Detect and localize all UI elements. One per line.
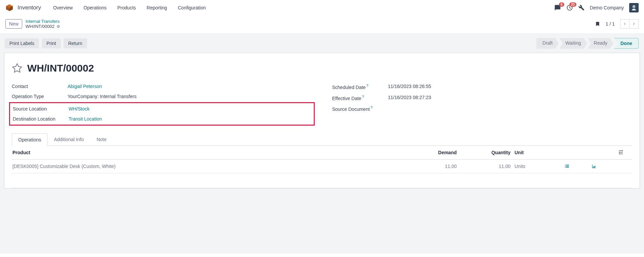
status-ready[interactable]: Ready bbox=[588, 38, 613, 49]
pager-prev-button[interactable] bbox=[620, 19, 630, 29]
table-row[interactable]: [DESK0005] Customizable Desk (Custom, Wh… bbox=[12, 160, 632, 173]
breadcrumb: Internal Transfers WH/INT/00002 ⚙ bbox=[26, 19, 60, 29]
nav-configuration[interactable]: Configuration bbox=[173, 1, 211, 14]
header-quantity[interactable]: Quantity bbox=[457, 150, 510, 155]
header-demand[interactable]: Demand bbox=[406, 150, 457, 155]
svg-point-7 bbox=[633, 6, 634, 7]
svg-point-8 bbox=[634, 6, 635, 7]
activities-icon[interactable]: 23 bbox=[566, 4, 573, 11]
fields-left: Contact Abigail Peterson Operation Type … bbox=[12, 81, 312, 126]
svg-rect-14 bbox=[566, 165, 569, 165]
header-unit[interactable]: Unit bbox=[510, 150, 564, 155]
svg-rect-16 bbox=[566, 166, 569, 167]
record-card: WH/INT/00002 Contact Abigail Peterson Op… bbox=[4, 53, 640, 188]
tab-operations[interactable]: Operations bbox=[12, 133, 47, 146]
operation-type-label: Operation Type bbox=[12, 94, 68, 99]
forecast-icon[interactable] bbox=[591, 164, 618, 169]
breadcrumb-current-text: WH/INT/00002 bbox=[26, 24, 54, 29]
table-blank-row bbox=[12, 173, 632, 188]
source-document-label: Source Document? bbox=[332, 105, 388, 112]
company-name[interactable]: Demo Company bbox=[590, 5, 624, 10]
list-icon[interactable] bbox=[564, 164, 591, 169]
highlight-box: Source Location WH/Stock Destination Loc… bbox=[9, 102, 315, 126]
navbar-right: 6 23 Demo Company bbox=[554, 3, 639, 12]
tabs: Operations Additional Info Note bbox=[12, 133, 632, 146]
scheduled-date-value: 11/16/2023 08:26:55 bbox=[388, 84, 431, 90]
content-wrapper: Print Labels Print Return Draft Waiting … bbox=[0, 34, 644, 254]
new-button[interactable]: New bbox=[5, 19, 22, 29]
breadcrumb-parent[interactable]: Internal Transfers bbox=[26, 19, 60, 24]
nav-overview[interactable]: Overview bbox=[48, 1, 77, 14]
status-draft[interactable]: Draft bbox=[536, 38, 559, 49]
app-logo-icon[interactable] bbox=[5, 4, 13, 12]
breadcrumb-row: New Internal Transfers WH/INT/00002 ⚙ 1 … bbox=[0, 15, 644, 32]
status-waiting[interactable]: Waiting bbox=[559, 38, 587, 49]
svg-point-10 bbox=[622, 154, 623, 155]
source-location-label: Source Location bbox=[13, 106, 69, 112]
table-settings-icon[interactable] bbox=[618, 150, 632, 155]
star-icon[interactable] bbox=[12, 63, 23, 74]
help-icon[interactable]: ? bbox=[371, 105, 373, 110]
svg-marker-9 bbox=[13, 64, 22, 72]
breadcrumb-right: 1 / 1 bbox=[595, 19, 639, 29]
cell-product: [DESK0005] Customizable Desk (Custom, Wh… bbox=[12, 164, 406, 169]
source-location-value[interactable]: WH/Stock bbox=[69, 106, 89, 112]
svg-rect-18 bbox=[566, 167, 569, 168]
svg-rect-13 bbox=[565, 165, 566, 165]
bookmark-icon[interactable] bbox=[595, 21, 600, 27]
svg-point-12 bbox=[622, 150, 623, 151]
help-icon[interactable]: ? bbox=[366, 84, 368, 88]
status-done[interactable]: Done bbox=[614, 38, 639, 49]
wrench-icon[interactable] bbox=[578, 5, 584, 11]
help-icon[interactable]: ? bbox=[362, 95, 364, 99]
messages-icon[interactable]: 6 bbox=[554, 4, 561, 11]
operations-table: Product Demand Quantity Unit [DESK0005] … bbox=[12, 146, 632, 188]
title-row: WH/INT/00002 bbox=[12, 62, 632, 74]
breadcrumb-current: WH/INT/00002 ⚙ bbox=[26, 24, 60, 29]
messages-badge: 6 bbox=[559, 2, 564, 7]
svg-rect-17 bbox=[565, 167, 566, 168]
activities-badge: 23 bbox=[569, 2, 576, 7]
operation-type-value: YourCompany: Internal Transfers bbox=[68, 94, 137, 99]
nav-reporting[interactable]: Reporting bbox=[142, 1, 172, 14]
navbar-left: Inventory Overview Operations Products R… bbox=[5, 1, 211, 14]
pager-text: 1 / 1 bbox=[606, 21, 615, 27]
print-button[interactable]: Print bbox=[42, 38, 61, 48]
status-bar: Draft Waiting Ready Done bbox=[536, 38, 639, 49]
page-title: WH/INT/00002 bbox=[27, 62, 94, 74]
destination-location-label: Destination Location bbox=[13, 116, 69, 122]
action-bar: Print Labels Print Return Draft Waiting … bbox=[4, 34, 640, 53]
effective-date-value: 11/16/2023 08:27:23 bbox=[388, 95, 431, 101]
cell-demand: 11.00 bbox=[406, 164, 457, 169]
print-labels-button[interactable]: Print Labels bbox=[5, 38, 39, 48]
tab-additional-info[interactable]: Additional Info bbox=[47, 133, 90, 145]
pager-next-button[interactable] bbox=[629, 19, 639, 29]
app-title[interactable]: Inventory bbox=[17, 4, 41, 11]
svg-point-11 bbox=[619, 152, 620, 153]
contact-value[interactable]: Abigail Peterson bbox=[68, 84, 102, 89]
table-header: Product Demand Quantity Unit bbox=[12, 146, 632, 160]
return-button[interactable]: Return bbox=[64, 38, 87, 48]
header-product[interactable]: Product bbox=[12, 150, 406, 155]
gear-icon[interactable]: ⚙ bbox=[56, 24, 60, 29]
fields: Contact Abigail Peterson Operation Type … bbox=[12, 81, 632, 126]
user-avatar[interactable] bbox=[629, 3, 639, 12]
navbar: Inventory Overview Operations Products R… bbox=[0, 0, 644, 15]
fields-right: Scheduled Date? 11/16/2023 08:26:55 Effe… bbox=[332, 81, 633, 126]
effective-date-label: Effective Date? bbox=[332, 95, 388, 101]
scheduled-date-label: Scheduled Date? bbox=[332, 84, 388, 90]
nav-products[interactable]: Products bbox=[113, 1, 141, 14]
nav-operations[interactable]: Operations bbox=[79, 1, 111, 14]
svg-rect-15 bbox=[565, 166, 566, 167]
tab-note[interactable]: Note bbox=[90, 133, 113, 145]
contact-label: Contact bbox=[12, 84, 68, 89]
destination-location-value[interactable]: Transit Location bbox=[69, 116, 102, 122]
cell-quantity: 11.00 bbox=[457, 164, 510, 169]
cell-unit: Units bbox=[510, 164, 564, 169]
